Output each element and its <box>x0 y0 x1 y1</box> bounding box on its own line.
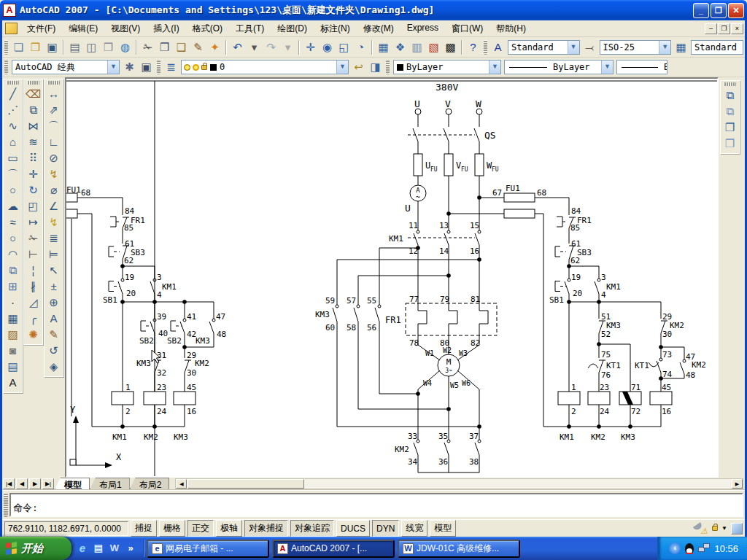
layer-on-icon[interactable] <box>184 64 190 71</box>
mdi-close-button[interactable]: × <box>731 23 743 34</box>
copy-icon[interactable]: ⧉ <box>25 102 42 118</box>
chevron-icon[interactable]: » <box>124 542 137 555</box>
layer-lock-icon[interactable] <box>201 65 207 70</box>
ellipse-icon[interactable]: ○ <box>4 230 21 246</box>
status-toggle-otrack[interactable]: 对象追踪 <box>290 520 334 537</box>
taskbar-task-2[interactable]: AAutoCAD 2007 - [... <box>272 540 395 558</box>
point-icon[interactable]: · <box>4 295 21 311</box>
text-style-icon[interactable]: A <box>489 39 506 55</box>
table-style-combobox[interactable]: Standard <box>691 40 743 55</box>
erase-icon[interactable]: ⌫ <box>25 86 42 102</box>
block-editor-icon[interactable]: ✦ <box>206 39 223 55</box>
dim-angular-icon[interactable]: ∠ <box>45 198 62 214</box>
move-icon[interactable]: ✛ <box>25 166 42 182</box>
dim-arc-length-icon[interactable]: ⌒ <box>45 118 62 134</box>
dim-style-combobox[interactable]: ISO-25▼ <box>600 40 672 55</box>
region-icon[interactable]: ◙ <box>4 343 21 359</box>
scrollbar-thumb[interactable] <box>187 479 304 489</box>
text-style-combobox[interactable]: Standard▼ <box>508 40 580 55</box>
toolbar-grip[interactable] <box>386 60 390 74</box>
zoom-window-icon[interactable]: ◱ <box>336 39 352 55</box>
gradient-icon[interactable]: ▨ <box>4 327 21 343</box>
status-toggle-lwt[interactable]: 线宽 <box>401 520 427 537</box>
polyline-icon[interactable]: ∿ <box>4 118 21 134</box>
dim-update-icon[interactable]: ↺ <box>45 343 62 359</box>
scale-icon[interactable]: ◰ <box>25 198 42 214</box>
start-button[interactable]: 开始 <box>0 537 71 560</box>
quick-leader-icon[interactable]: ↖ <box>45 262 62 279</box>
communication-center-icon[interactable]: ⚠ <box>693 523 706 534</box>
rotate-icon[interactable]: ↻ <box>25 182 42 198</box>
array-icon[interactable]: ⠿ <box>25 150 42 166</box>
toolbar-grip[interactable] <box>7 81 19 85</box>
plot-preview-icon[interactable]: ◫ <box>83 39 100 55</box>
save-icon[interactable]: ▣ <box>44 39 61 55</box>
chevron-down-icon[interactable]: ▼ <box>107 61 119 74</box>
status-toggle-dyn[interactable]: DYN <box>372 520 399 537</box>
tab-layout2[interactable]: 布局2 <box>130 478 170 489</box>
status-toggle-polar[interactable]: 极轴 <box>216 520 242 537</box>
drawing-file-icon[interactable] <box>5 23 18 34</box>
status-toggle-ducs[interactable]: DUCS <box>336 520 370 537</box>
tolerance-icon[interactable]: ± <box>45 279 62 295</box>
restore-button[interactable]: ❐ <box>711 3 727 18</box>
layer-combobox[interactable]: 0 ▼ <box>181 60 349 74</box>
clean-screen-icon[interactable] <box>731 523 743 534</box>
dim-radius-icon[interactable]: ⊘ <box>45 150 62 166</box>
menu-format[interactable]: 格式(O) <box>186 20 229 37</box>
status-toggle-model[interactable]: 模型 <box>430 520 456 537</box>
extend-icon[interactable]: ⊢ <box>25 246 42 262</box>
menu-edit[interactable]: 编辑(E) <box>62 20 104 37</box>
mirror-icon[interactable]: ⋈ <box>25 118 42 134</box>
undo-dropdown-icon[interactable]: ▾ <box>246 39 263 55</box>
dim-edit-icon[interactable]: A <box>45 311 62 327</box>
tab-prev[interactable]: ◀ <box>16 478 28 489</box>
tray-expand-icon[interactable]: ‹ <box>669 542 681 554</box>
break-icon[interactable]: ∦ <box>25 279 42 295</box>
line-icon[interactable]: ╱ <box>4 86 21 102</box>
dim-diameter-icon[interactable]: ⌀ <box>45 182 62 198</box>
dim-aligned-icon[interactable]: ⇗ <box>45 102 62 118</box>
ellipse-arc-icon[interactable]: ◠ <box>4 246 21 262</box>
polygon-icon[interactable]: ⌂ <box>4 134 21 150</box>
center-mark-icon[interactable]: ⊕ <box>45 295 62 311</box>
menu-tools[interactable]: 工具(T) <box>229 20 271 37</box>
status-toggle-grid[interactable]: 栅格 <box>159 520 185 537</box>
minimize-button[interactable]: _ <box>693 3 709 18</box>
scroll-right-arrow[interactable]: ▶ <box>732 479 743 489</box>
cut-icon[interactable]: ✁ <box>139 39 156 55</box>
break-at-point-icon[interactable]: ¦ <box>25 262 42 279</box>
send-to-back-icon[interactable]: ⧉ <box>721 104 738 120</box>
menu-file[interactable]: 文件(F) <box>20 20 62 37</box>
linetype-combobox[interactable]: ByLayer ▼ <box>504 60 614 74</box>
arc-icon[interactable]: ⌒ <box>4 166 21 182</box>
tab-model[interactable]: 模型 <box>55 478 90 489</box>
table-icon[interactable]: ▤ <box>4 359 21 375</box>
layer-states-icon[interactable]: ◨ <box>367 59 384 75</box>
rectangle-icon[interactable]: ▭ <box>4 150 21 166</box>
layer-properties-manager-icon[interactable]: ≣ <box>163 59 179 75</box>
trim-icon[interactable]: ✁ <box>25 230 42 246</box>
dim-ordinate-icon[interactable]: ∟ <box>45 134 62 150</box>
toolbar-grip[interactable] <box>484 40 487 55</box>
dim-baseline-icon[interactable]: ≣ <box>45 230 62 246</box>
dim-linear-icon[interactable]: ↔ <box>45 86 62 102</box>
chevron-down-icon[interactable]: ▼ <box>336 61 348 74</box>
match-properties-icon[interactable]: ✎ <box>190 39 206 55</box>
toolbar-grip[interactable] <box>47 81 60 85</box>
chamfer-icon[interactable]: ◿ <box>25 295 42 311</box>
publish-icon[interactable]: ❒ <box>100 39 117 55</box>
mtext-icon[interactable]: A <box>4 375 21 391</box>
bring-above-objects-icon[interactable]: ❐ <box>721 120 738 136</box>
chevron-down-icon[interactable]: ▼ <box>489 61 500 74</box>
menu-modify[interactable]: 修改(M) <box>357 20 400 37</box>
hatch-icon[interactable]: ▦ <box>4 311 21 327</box>
dim-jogged-icon[interactable]: ↯ <box>45 166 62 182</box>
redo-icon[interactable]: ↷ <box>263 39 279 55</box>
construction-line-icon[interactable]: ⋰ <box>4 102 21 118</box>
scroll-left-arrow[interactable]: ◀ <box>176 479 187 489</box>
spline-icon[interactable]: ≈ <box>4 214 21 230</box>
undo-icon[interactable]: ↶ <box>229 39 246 55</box>
quick-dimension-icon[interactable]: ↯ <box>45 214 62 230</box>
sheet-set-manager-icon[interactable]: ▧ <box>425 39 442 55</box>
